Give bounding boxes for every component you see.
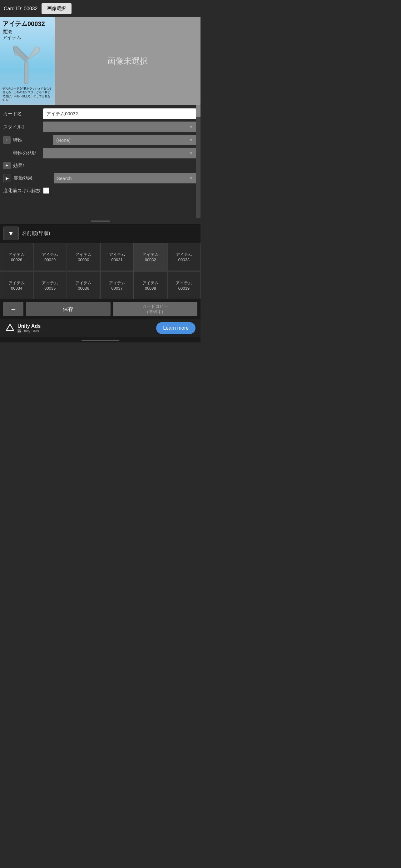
active-effect-play-button[interactable]: ▶	[3, 174, 11, 182]
trait-select-wrapper: (None) ▼	[53, 135, 196, 145]
copy-btn-line2: (準備中)	[147, 309, 163, 314]
pre-evo-checkbox[interactable]	[43, 187, 49, 194]
pre-evo-checkbox-area	[43, 187, 49, 194]
form-area: カード名 スタイル1 ▼ + 特性 (None) ▼ 特性の発動 ▼	[0, 105, 201, 218]
form-spacer	[0, 196, 201, 215]
card-id-label: Card ID: 00032	[4, 6, 38, 11]
drag-line-3	[91, 221, 110, 222]
list-item[interactable]: アイテム00037	[100, 271, 133, 299]
list-item[interactable]: アイテム00035	[33, 271, 67, 299]
trait-trigger-select-wrapper: ▼	[43, 148, 196, 158]
active-effect-label: 能動効果	[14, 175, 51, 181]
unity-small-icon	[18, 329, 21, 333]
card-name-input[interactable]	[43, 108, 196, 119]
copy-btn-line1: カードコピー	[142, 304, 168, 309]
trait-trigger-select[interactable]	[43, 148, 196, 158]
list-item[interactable]: アイテム00039	[167, 271, 201, 299]
pickaxe-icon	[10, 43, 45, 84]
sort-label: 名前順(昇順)	[22, 230, 50, 237]
ad-left: Unity Ads Unity · Ads	[5, 323, 41, 333]
trait-select[interactable]: (None)	[53, 135, 196, 145]
scrollbar-track[interactable]	[196, 105, 201, 218]
style1-label: スタイル1	[3, 124, 41, 130]
list-item[interactable]: アイテム00030	[67, 243, 100, 271]
preview-area: アイテム00032 魔法 アイテム 手札のカードを2枚トラッシュするなら使える。…	[0, 17, 201, 105]
trait-label: 特性	[13, 137, 51, 143]
unity-icon	[5, 323, 15, 333]
learn-more-button[interactable]: Learn more	[156, 322, 196, 334]
trait-row: + 特性 (None) ▼	[0, 133, 201, 147]
card-copy-button[interactable]: カードコピー (準備中)	[113, 302, 198, 316]
drag-lines	[91, 220, 110, 222]
pre-evo-label: 進化前スキル解放	[3, 188, 41, 194]
list-item[interactable]: アイテム00033	[167, 243, 201, 271]
no-image-text: 画像未選択	[107, 56, 148, 67]
style1-select[interactable]	[43, 122, 196, 132]
style1-row: スタイル1 ▼	[0, 120, 201, 133]
drag-line-2	[91, 221, 110, 221]
ad-sub: Unity · Ads	[18, 329, 41, 333]
effect1-row: + 効果1	[0, 160, 201, 172]
svg-rect-0	[24, 62, 28, 84]
active-effect-select[interactable]: Search	[54, 173, 196, 183]
card-preview-title: アイテム00032	[2, 20, 52, 28]
trait-add-button[interactable]: +	[3, 136, 11, 144]
home-indicator	[0, 337, 201, 342]
ad-text-group: Unity Ads Unity · Ads	[18, 323, 41, 333]
list-item[interactable]: アイテム00031	[100, 243, 133, 271]
sort-direction-button[interactable]: ▼	[3, 226, 19, 240]
list-item[interactable]: アイテム00032	[134, 243, 167, 271]
pre-evo-row: 進化前スキル解放	[0, 185, 201, 196]
ad-title: Unity Ads	[18, 323, 41, 329]
card-image-area	[2, 42, 52, 85]
drag-line-1	[91, 220, 110, 220]
effect1-label: 効果1	[13, 163, 51, 169]
card-preview: アイテム00032 魔法 アイテム 手札のカードを2枚トラッシュするなら使える。…	[0, 17, 55, 105]
list-item[interactable]: アイテム00038	[134, 271, 167, 299]
top-bar: Card ID: 00032 画像選択	[0, 0, 201, 17]
effect1-add-button[interactable]: +	[3, 162, 11, 169]
image-select-button[interactable]: 画像選択	[41, 3, 71, 14]
back-button[interactable]: ←	[3, 302, 24, 316]
list-item[interactable]: アイテム00028	[0, 243, 33, 271]
scrollbar-thumb[interactable]	[196, 105, 201, 117]
trait-trigger-label: 特性の発動	[3, 150, 41, 156]
list-item[interactable]: アイテム00036	[67, 271, 100, 299]
list-item[interactable]: アイテム00034	[0, 271, 33, 299]
unity-logo	[5, 323, 15, 333]
drag-handle[interactable]	[0, 218, 201, 224]
card-name-label: カード名	[3, 111, 41, 117]
list-item[interactable]: アイテム00029	[33, 243, 67, 271]
ad-banner: Unity Ads Unity · Ads Learn more	[0, 319, 201, 337]
active-effect-select-wrapper: Search ▼	[54, 173, 196, 183]
card-description: 手札のカードを2枚トラッシュするなら使える。山札のモンスターから１枚まで選び、手…	[2, 87, 52, 102]
card-preview-type1: 魔法	[2, 29, 52, 35]
card-preview-type2: アイテム	[2, 35, 52, 41]
active-effect-row: ▶ 能動効果 Search ▼	[0, 172, 201, 185]
no-image-panel: 画像未選択	[55, 17, 201, 105]
card-grid: アイテム00028 アイテム00029 アイテム00030 アイテム00031 …	[0, 243, 201, 299]
card-name-row: カード名	[0, 107, 201, 120]
sort-bar: ▼ 名前順(昇順)	[0, 224, 201, 243]
save-button[interactable]: 保存	[26, 302, 110, 316]
style1-select-wrapper: ▼	[43, 122, 196, 132]
trait-trigger-row: 特性の発動 ▼	[0, 147, 201, 160]
home-bar	[81, 340, 119, 341]
action-bar: ← 保存 カードコピー (準備中)	[0, 299, 201, 319]
